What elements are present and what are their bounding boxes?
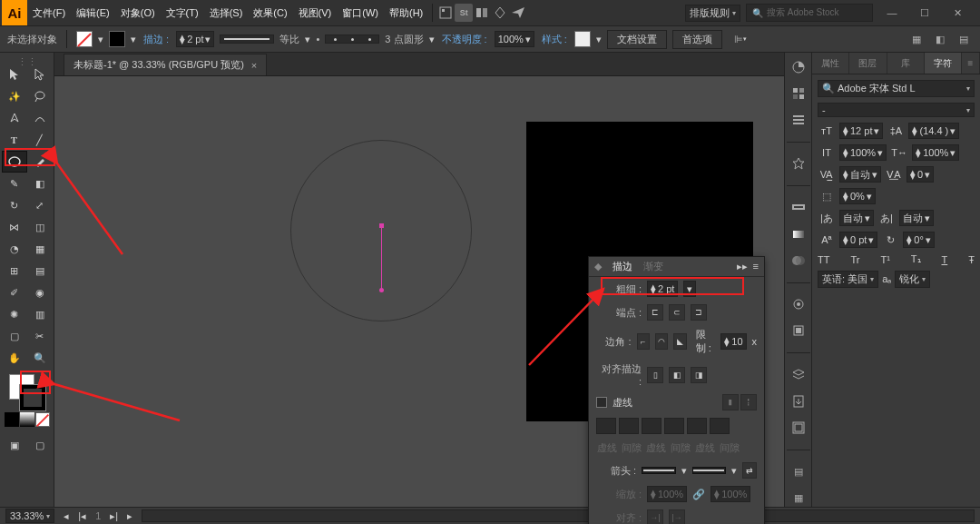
menu-file[interactable]: 文件(F) <box>27 0 71 25</box>
width-tool[interactable]: ⋈ <box>2 216 27 238</box>
panel-menu-icon[interactable]: ≡ <box>753 261 759 272</box>
stroke-weight-menu[interactable]: ▾ <box>683 281 696 297</box>
paintbrush-tool[interactable] <box>27 151 53 173</box>
tsume-input[interactable]: ▴▾0%▾ <box>839 188 876 204</box>
nav-prev[interactable]: ◂ <box>64 510 69 522</box>
smallcaps-button[interactable]: Tr <box>850 254 859 265</box>
gradient-tab[interactable]: 渐变 <box>643 260 663 273</box>
leading-input[interactable]: ▴▾(14.4 )▾ <box>908 123 959 139</box>
eyedropper-tool[interactable]: ✐ <box>2 282 27 303</box>
asset-export-icon[interactable] <box>789 392 808 410</box>
artboards-panel-icon[interactable] <box>789 419 808 436</box>
baseline-input[interactable]: ▴▾0 pt▾ <box>839 232 877 248</box>
dashed-checkbox[interactable] <box>596 397 607 408</box>
cap-projecting[interactable]: ⊐ <box>691 304 707 321</box>
artboard-tool[interactable]: ▢ <box>2 325 27 347</box>
screen-full[interactable]: ▢ <box>27 434 53 456</box>
ellipse-center-anchor[interactable] <box>379 223 384 228</box>
none-mode[interactable] <box>35 412 50 427</box>
swatches-panel-icon[interactable] <box>789 84 808 102</box>
gradient-tool[interactable]: ▤ <box>27 260 53 282</box>
menu-select[interactable]: 选择(S) <box>204 0 249 25</box>
perspective-tool[interactable]: ▦ <box>27 238 53 260</box>
graph-tool[interactable]: ▥ <box>27 303 53 325</box>
gradient-panel-icon[interactable] <box>789 225 808 242</box>
panel-tab-properties[interactable]: 属性 <box>812 53 849 74</box>
menu-type[interactable]: 文字(T) <box>161 0 204 25</box>
stroke-panel-icon[interactable] <box>789 199 808 216</box>
antialias-select[interactable]: 锐化▾ <box>895 271 930 288</box>
brush-def[interactable] <box>325 35 379 44</box>
menu-edit[interactable]: 编辑(E) <box>71 0 115 25</box>
strike-button[interactable]: Ŧ <box>968 254 975 265</box>
language-select[interactable]: 英语: 美国▾ <box>818 271 878 288</box>
hscale-input[interactable]: ▴▾100%▾ <box>912 144 959 161</box>
layers-panel-icon[interactable] <box>789 366 808 383</box>
panel-icon-2[interactable]: ◧ <box>931 30 949 48</box>
doc-setup-button[interactable]: 文档设置 <box>607 30 667 49</box>
panel-tab-libraries[interactable]: 库 <box>887 53 925 74</box>
panel-collapse-icon[interactable]: ▸▸ <box>737 261 748 272</box>
window-maximize[interactable]: ☐ <box>911 5 938 21</box>
cap-round[interactable]: ⊂ <box>669 304 685 321</box>
kerning-input[interactable]: ▴▾自动▾ <box>839 166 881 183</box>
ellipse-edge-anchor[interactable] <box>379 288 384 292</box>
dash-preserve-1[interactable]: ⦀ <box>722 394 739 410</box>
color-mode[interactable] <box>5 412 19 427</box>
line-tool[interactable]: ╱ <box>27 129 53 151</box>
panel-icon-3[interactable]: ▤ <box>955 30 973 48</box>
swap-arrows[interactable]: ⇄ <box>742 462 757 479</box>
panel-menu-icon[interactable]: ≡ <box>962 53 980 74</box>
zoom-select[interactable]: 33.33%▾ <box>5 509 54 523</box>
preferences-button[interactable]: 首选项 <box>672 30 722 49</box>
appearance-panel-icon[interactable] <box>789 295 808 312</box>
search-stock[interactable]: 🔍搜索 Adobe Stock <box>746 4 873 22</box>
arrange-icon[interactable] <box>473 4 491 22</box>
blend-tool[interactable]: ◉ <box>27 282 53 303</box>
more-panel-icon[interactable]: ▤ <box>789 463 808 480</box>
slice-tool[interactable]: ✂ <box>27 325 53 347</box>
screen-normal[interactable]: ▣ <box>2 434 27 456</box>
eraser-tool[interactable]: ◧ <box>27 173 53 194</box>
magic-wand-tool[interactable]: ✨ <box>2 85 27 107</box>
hand-tool[interactable]: ✋ <box>2 347 27 369</box>
stroke-panel-handle[interactable]: ◆ <box>594 261 602 272</box>
font-family-select[interactable]: 🔍Adobe 宋体 Std L▾ <box>818 80 975 97</box>
join-bevel[interactable]: ◣ <box>673 333 686 350</box>
stroke-weight-input[interactable]: ▴▾2 pt▾ <box>176 31 214 47</box>
tab-close-icon[interactable]: × <box>251 60 257 71</box>
tracking-input[interactable]: ▴▾0▾ <box>906 166 934 183</box>
align-inside[interactable]: ◧ <box>669 367 685 383</box>
bridge-icon[interactable] <box>436 4 455 22</box>
opacity-label[interactable]: 不透明度 : <box>442 33 487 46</box>
graphic-styles-panel-icon[interactable] <box>789 322 808 340</box>
nav-first[interactable]: |◂ <box>78 510 86 522</box>
lasso-tool[interactable] <box>27 85 53 107</box>
ellipse-tool[interactable] <box>2 151 27 173</box>
curvature-tool[interactable] <box>27 107 53 129</box>
allcaps-button[interactable]: TT <box>818 254 829 265</box>
subscript-button[interactable]: T₁ <box>911 253 921 265</box>
menu-help[interactable]: 帮助(H) <box>384 0 428 25</box>
arrow-start[interactable] <box>642 467 675 474</box>
document-tab[interactable]: 未标题-1* @ 33.33% (RGB/GPU 预览) × <box>64 54 267 75</box>
plane-icon[interactable] <box>509 4 527 22</box>
aki-right-input[interactable]: 自动▾ <box>899 210 934 226</box>
fill-stroke-indicator[interactable] <box>9 374 45 410</box>
align-icon[interactable]: ⊫▾ <box>731 30 750 48</box>
more-panel-icon-2[interactable]: ▦ <box>789 489 808 507</box>
vscale-input[interactable]: ▴▾100%▾ <box>839 144 887 161</box>
arrow-end[interactable] <box>692 467 726 474</box>
selection-tool[interactable] <box>2 64 27 85</box>
color-panel-icon[interactable] <box>789 58 808 75</box>
menu-effect[interactable]: 效果(C) <box>248 0 292 25</box>
shape-builder-tool[interactable]: ◔ <box>2 238 27 260</box>
pen-tool[interactable] <box>2 107 27 129</box>
window-minimize[interactable]: — <box>878 5 906 21</box>
workspace-switcher[interactable]: 排版规则▾ <box>685 5 740 22</box>
scale-tool[interactable]: ⤢ <box>27 194 53 216</box>
window-close[interactable]: ✕ <box>944 5 971 21</box>
aki-left-input[interactable]: 自动▾ <box>839 210 874 226</box>
menu-object[interactable]: 对象(O) <box>115 0 161 25</box>
stroke-swatch[interactable] <box>109 31 125 47</box>
